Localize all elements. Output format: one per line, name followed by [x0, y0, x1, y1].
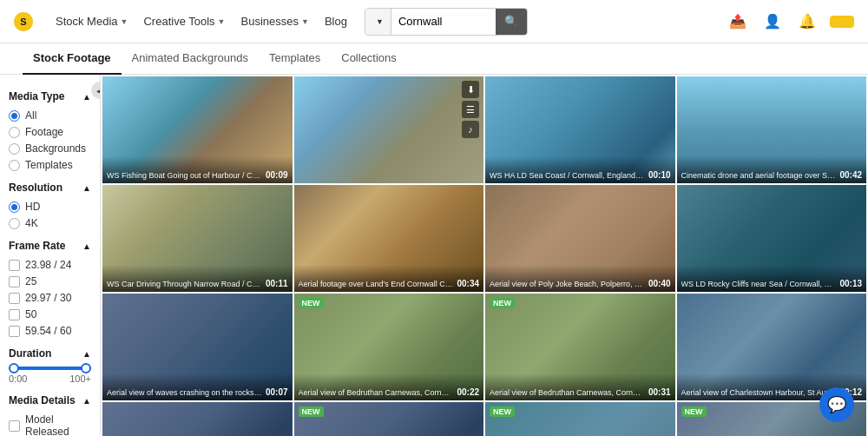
video-card[interactable]: Aerial footage over Land's End Cornwall …: [294, 185, 484, 292]
audio-icon[interactable]: ♪: [462, 121, 479, 138]
nav-item-businesses[interactable]: Businesses▼: [234, 10, 316, 33]
video-card[interactable]: WS HA LD Sea Coast / Cornwall, England, …: [485, 76, 675, 183]
video-title: Cinematic drone and aerial footage over …: [681, 171, 837, 180]
option-label: 59.54 / 60: [25, 325, 71, 337]
video-card[interactable]: Cinematic drone and aerial footage over …: [677, 76, 867, 183]
browse-tab-collections[interactable]: Collections: [331, 43, 407, 75]
new-badge: NEW: [490, 298, 515, 308]
video-title: WS Fishing Boat Going out of Harbour / C…: [107, 171, 262, 180]
video-grid: WS Fishing Boat Going out of Harbour / C…: [101, 75, 868, 436]
filter-option-23-98-24[interactable]: 23.98 / 24: [9, 259, 91, 271]
download-icon[interactable]: ⬇: [462, 81, 479, 98]
option-label: All: [25, 109, 36, 122]
search-type-selector[interactable]: ▼: [365, 9, 391, 35]
video-title: Aerial view of waves crashing on the roc…: [107, 388, 262, 397]
video-duration: 00:10: [648, 170, 671, 180]
nav-item-blog[interactable]: Blog: [318, 10, 354, 33]
filter-option-4k[interactable]: 4K: [9, 217, 91, 229]
upload-icon[interactable]: 📤: [726, 10, 750, 34]
video-card[interactable]: [102, 402, 293, 436]
video-title: WS LD Rocky Cliffs near Sea / Cornwall, …: [681, 280, 837, 288]
video-card[interactable]: Aerial view of waves crashing on the roc…: [102, 294, 293, 400]
chevron-up-icon: ▲: [82, 183, 91, 193]
logo[interactable]: S: [14, 12, 38, 31]
filter-option-25[interactable]: 25: [9, 275, 91, 287]
filter-section-frame-rate: Frame Rate▲23.98 / 242529.97 / 305059.54…: [9, 240, 91, 337]
video-card[interactable]: NEW: [485, 402, 675, 436]
video-title: WS Car Driving Through Narrow Road / Cor…: [107, 280, 262, 288]
search-button[interactable]: 🔍: [496, 9, 527, 35]
account-icon[interactable]: 👤: [760, 10, 785, 34]
video-card[interactable]: NEW: [294, 402, 484, 436]
filter-option-50[interactable]: 50: [9, 308, 91, 320]
sidebar-toggle[interactable]: ◀: [91, 82, 101, 99]
filter-title-resolution[interactable]: Resolution▲: [9, 182, 91, 194]
nav-item-stock-media[interactable]: Stock Media▼: [49, 10, 135, 33]
search-bar: ▼ 🔍: [365, 8, 528, 36]
browse-tab-animated-backgrounds[interactable]: Animated Backgrounds: [122, 43, 259, 75]
filter-option-29-97-30[interactable]: 29.97 / 30: [9, 292, 91, 304]
radio-indicator: [9, 127, 20, 138]
video-card[interactable]: Aerial view of Charlestown Harbour, St A…: [677, 294, 867, 400]
filter-option-backgrounds[interactable]: Backgrounds: [9, 142, 91, 155]
checkbox-indicator: [9, 326, 20, 337]
chevron-up-icon: ▲: [82, 396, 91, 406]
search-input[interactable]: [391, 9, 496, 35]
radio-indicator: [9, 201, 20, 213]
filter-option-all[interactable]: All: [9, 109, 91, 122]
option-label: 23.98 / 24: [25, 259, 71, 271]
video-card[interactable]: NEWAerial view of Bedruthan Carnewas, Co…: [294, 294, 484, 400]
video-duration: 00:31: [648, 387, 671, 397]
browse-tab-templates[interactable]: Templates: [259, 43, 331, 75]
browse-bar: Stock FootageAnimated BackgroundsTemplat…: [0, 43, 868, 75]
filter-option-footage[interactable]: Footage: [9, 126, 91, 138]
add-icon[interactable]: ☰: [462, 101, 479, 118]
main-layout: ◀ Media Type▲AllFootageBackgroundsTempla…: [0, 75, 868, 436]
filter-title-duration[interactable]: Duration▲: [9, 347, 91, 360]
option-label: Model Released: [25, 413, 91, 436]
nav-item-creative-tools[interactable]: Creative Tools▼: [136, 10, 232, 33]
chat-bubble[interactable]: 💬: [819, 387, 854, 422]
filter-option-model-released[interactable]: Model Released: [9, 413, 91, 436]
slider-thumb-left[interactable]: [9, 363, 19, 373]
video-label-bar: WS HA LD Sea Coast / Cornwall, England, …: [485, 156, 675, 183]
option-label: Backgrounds: [25, 142, 86, 155]
checkbox-indicator: [9, 293, 20, 304]
new-badge: NEW: [681, 406, 707, 417]
video-card[interactable]: Aerial view of Poly Joke Beach, Polperro…: [485, 185, 675, 292]
upgrade-button[interactable]: [830, 16, 854, 28]
nav-label: Creative Tools: [143, 15, 214, 28]
video-card[interactable]: WS LD Rocky Cliffs near Sea / Cornwall, …: [677, 185, 867, 292]
slider-thumb-right[interactable]: [81, 363, 91, 373]
filter-option-hd[interactable]: HD: [9, 201, 91, 213]
filter-section-media-type: Media Type▲AllFootageBackgroundsTemplate…: [9, 90, 91, 171]
filter-title-media-details[interactable]: Media Details▲: [9, 394, 91, 406]
chevron-up-icon: ▲: [82, 349, 91, 359]
video-card[interactable]: WS Car Driving Through Narrow Road / Cor…: [102, 185, 293, 292]
video-label-bar: Cinematic drone and aerial footage over …: [677, 156, 867, 183]
video-duration: 00:13: [839, 279, 862, 288]
option-label: 29.97 / 30: [25, 292, 71, 304]
filter-option-59-54-60[interactable]: 59.54 / 60: [9, 325, 91, 337]
video-thumbnail: [102, 402, 293, 436]
header-right: 📤 👤 🔔: [726, 10, 854, 34]
video-label-bar: Aerial footage over Land's End Cornwall …: [294, 265, 484, 292]
filter-option-templates[interactable]: Templates: [9, 159, 91, 171]
video-card[interactable]: WS Fishing Boat Going out of Harbour / C…: [102, 76, 293, 183]
video-title: Aerial view of Bedruthan Carnewas, Cornw…: [490, 388, 645, 397]
video-title: Aerial footage over Land's End Cornwall …: [299, 280, 454, 288]
checkbox-indicator: [9, 420, 20, 432]
chevron-down-icon: ▼: [121, 17, 128, 26]
browse-tab-stock-footage[interactable]: Stock Footage: [23, 43, 122, 75]
filter-title-media-type[interactable]: Media Type▲: [9, 90, 91, 102]
video-duration: 00:22: [457, 387, 479, 397]
slider-max-label: 100+: [69, 373, 91, 384]
video-title: Aerial view of Bedruthan Carnewas, Cornw…: [299, 388, 454, 397]
video-card[interactable]: NEWAerial view of Bedruthan Carnewas, Co…: [485, 294, 675, 400]
notification-icon[interactable]: 🔔: [795, 10, 819, 34]
new-badge: NEW: [490, 406, 515, 417]
filter-title-frame-rate[interactable]: Frame Rate▲: [9, 240, 91, 252]
video-card[interactable]: ⬇ ☰ ♪: [294, 76, 484, 183]
filter-section-media-details: Media Details▲Model ReleasedProperty Rel…: [9, 394, 91, 436]
duration-slider[interactable]: 0:00 100+: [9, 367, 91, 384]
